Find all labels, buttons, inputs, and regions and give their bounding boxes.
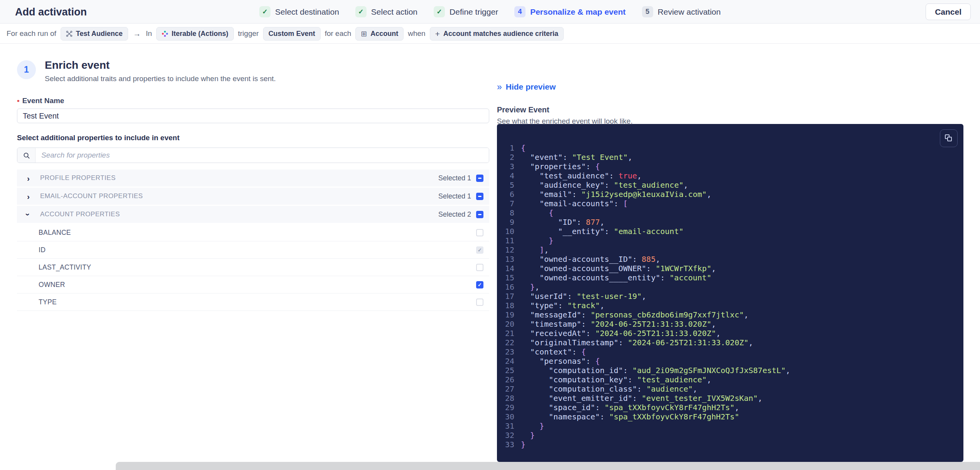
line-number: 29: [497, 403, 521, 412]
cancel-button[interactable]: Cancel: [926, 3, 971, 20]
code-text: "messageId": "personas_cb6zdbo6im9g7xxf7…: [521, 310, 749, 319]
iterable-icon: [162, 31, 168, 37]
property-label: OWNER: [39, 281, 476, 289]
top-bar: Add activation ✓Select destination✓Selec…: [0, 0, 980, 24]
property-row-type[interactable]: TYPE: [17, 294, 489, 311]
section-checkbox[interactable]: [476, 211, 483, 218]
chip-custom-event[interactable]: Custom Event: [263, 27, 321, 41]
line-number: 4: [497, 171, 521, 180]
property-checkbox[interactable]: [476, 299, 483, 306]
property-row-owner[interactable]: OWNER✓: [17, 276, 489, 294]
step-number: 5: [642, 6, 653, 17]
code-text: },: [521, 282, 539, 292]
step-label: Select action: [371, 7, 417, 17]
code-line: 8 {: [497, 208, 963, 217]
code-line: 19 "messageId": "personas_cb6zdbo6im9g7x…: [497, 310, 963, 319]
code-text: }: [521, 431, 535, 440]
double-chevron-right-icon: »: [497, 83, 502, 92]
property-label: TYPE: [39, 298, 476, 306]
line-number: 20: [497, 319, 521, 329]
chip-iterable-actions[interactable]: Iterable (Actions): [156, 27, 234, 41]
code-line: 13 "owned-accounts__ID": 885,: [497, 255, 963, 264]
code-text: "namespace": "spa_tXXbfoyvCkY8rF47ghH2Ts…: [521, 412, 739, 421]
code-text: "space_id": "spa_tXXbfoyvCkY8rF47ghH2Ts"…: [521, 403, 739, 412]
json-code: 1{2 "event": "Test Event",3 "properties"…: [497, 143, 963, 458]
code-line: 26 "computation_key": "test_audience",: [497, 375, 963, 384]
line-number: 19: [497, 310, 521, 319]
section-checkbox[interactable]: [476, 175, 483, 182]
audience-icon: [66, 31, 73, 37]
property-checkbox[interactable]: [476, 264, 483, 271]
chip-account-matches-audience-criteria[interactable]: +Account matches audience criteria: [430, 27, 564, 41]
step-label: Personalize & map event: [530, 7, 625, 17]
step-select-action[interactable]: ✓Select action: [355, 6, 417, 17]
code-line: 17 "userId": "test-user-19",: [497, 292, 963, 301]
code-text: "type": "track",: [521, 301, 605, 310]
code-line: 25 "computation_id": "aud_2iO9m2gSFmJNXC…: [497, 366, 963, 375]
main-content: 1 Enrich event Select additional traits …: [0, 44, 980, 462]
step-personalize-map-event[interactable]: 4Personalize & map event: [514, 6, 625, 17]
line-number: 9: [497, 217, 521, 227]
condition-text: for each: [325, 29, 351, 38]
line-number: 3: [497, 162, 521, 171]
code-text: "owned-accounts__OWNER": "1WCWrTXfkp",: [521, 264, 716, 273]
line-number: 32: [497, 431, 521, 440]
code-text: "receivedAt": "2024-06-25T21:31:33.020Z"…: [521, 329, 721, 338]
copy-icon: [945, 134, 953, 142]
code-line: 1{: [497, 143, 963, 153]
code-text: "owned-accounts__ID": 885,: [521, 255, 660, 264]
condition-text: For each run of: [7, 29, 56, 38]
code-text: "event": "Test Event",: [521, 153, 632, 162]
code-text: "computation_class": "audience",: [521, 384, 698, 394]
property-row-last-activity[interactable]: LAST_ACTIVITY: [17, 259, 489, 276]
line-number: 13: [497, 255, 521, 264]
code-text: "__entity": "email-account": [521, 227, 683, 236]
section-checkbox[interactable]: [476, 193, 483, 200]
check-icon: ✓: [434, 6, 445, 17]
condition-bar: For each run ofTest Audience→InIterable …: [0, 24, 980, 44]
property-checkbox[interactable]: ✓: [476, 246, 483, 254]
code-line: 14 "owned-accounts__OWNER": "1WCWrTXfkp"…: [497, 264, 963, 273]
step-review-activation[interactable]: 5Review activation: [642, 6, 721, 17]
chip-test-audience[interactable]: Test Audience: [61, 27, 128, 41]
search-input[interactable]: [35, 148, 489, 163]
section-label: EMAIL-ACCOUNT PROPERTIES: [40, 192, 438, 200]
stepper: ✓Select destination✓Select action✓Define…: [259, 0, 721, 24]
section-email-account-properties[interactable]: ›EMAIL-ACCOUNT PROPERTIESSelected 1: [17, 188, 489, 205]
code-line: 32 }: [497, 431, 963, 440]
hide-preview-link[interactable]: » Hide preview: [497, 82, 556, 92]
code-line: 22 "originalTimestamp": "2024-06-25T21:3…: [497, 338, 963, 347]
property-checkbox[interactable]: [476, 229, 483, 236]
section-profile-properties[interactable]: ›PROFILE PROPERTIESSelected 1: [17, 170, 489, 187]
event-name-input[interactable]: [17, 109, 489, 123]
code-line: 10 "__entity": "email-account": [497, 227, 963, 236]
code-line: 2 "event": "Test Event",: [497, 153, 963, 162]
code-line: 9 "ID": 877,: [497, 217, 963, 227]
code-line: 21 "receivedAt": "2024-06-25T21:31:33.02…: [497, 329, 963, 338]
chip-account[interactable]: ⊞Account: [355, 27, 404, 41]
step-select-destination[interactable]: ✓Select destination: [259, 6, 339, 17]
step-label: Define trigger: [449, 7, 498, 17]
property-row-balance[interactable]: BALANCE: [17, 224, 489, 241]
preview-code-panel: 1{2 "event": "Test Event",3 "properties"…: [497, 124, 963, 462]
event-name-label: Event Name: [22, 97, 64, 105]
section-account-properties[interactable]: ›ACCOUNT PROPERTIESSelected 2: [17, 206, 489, 223]
step-define-trigger[interactable]: ✓Define trigger: [434, 6, 498, 17]
bottom-strip: [0, 462, 980, 470]
code-line: 6 "email": "j15i2ysedp@k1euxaIVia.com",: [497, 190, 963, 199]
property-row-id[interactable]: ID✓: [17, 241, 489, 259]
hide-preview-label: Hide preview: [506, 82, 556, 92]
line-number: 17: [497, 292, 521, 301]
code-line: 27 "computation_class": "audience",: [497, 384, 963, 394]
line-number: 22: [497, 338, 521, 347]
code-text: "context": {: [521, 347, 586, 356]
code-line: 31 }: [497, 421, 963, 431]
code-text: "originalTimestamp": "2024-06-25T21:31:3…: [521, 338, 753, 347]
section-subtitle: Select additional traits and properties …: [45, 75, 276, 83]
property-checkbox[interactable]: ✓: [476, 281, 483, 288]
line-number: 7: [497, 199, 521, 208]
code-line: 18 "type": "track",: [497, 301, 963, 310]
line-number: 12: [497, 245, 521, 255]
table-icon: ⊞: [361, 30, 367, 37]
condition-text: In: [146, 29, 152, 38]
